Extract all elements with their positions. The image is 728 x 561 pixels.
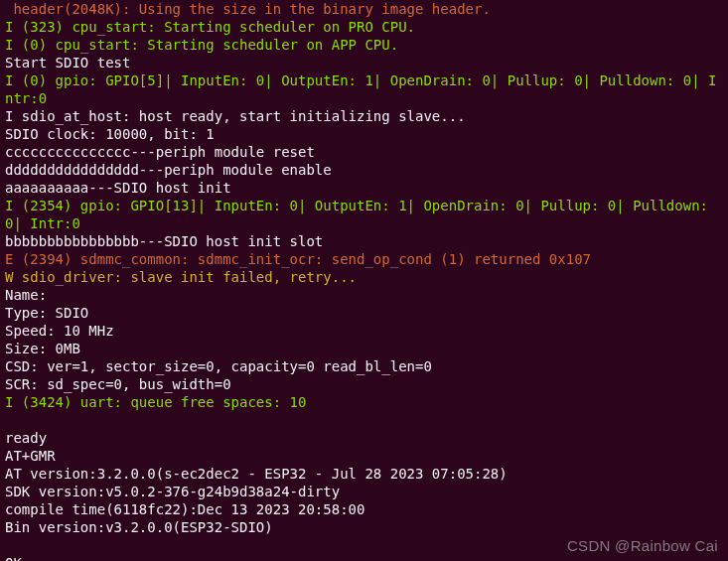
log-line: SDK version:v5.0.2-376-g24b9d38a24-dirty: [5, 483, 723, 500]
log-line: dddddddddddddddd---periph module enable: [5, 161, 723, 179]
log-line: E (2394) sdmmc_common: sdmmc_init_ocr: s…: [5, 250, 723, 268]
log-line: Type: SDIO: [5, 304, 723, 322]
log-line: I sdio_at_host: host ready, start initia…: [5, 107, 723, 125]
log-line: ccccccccccccccc---periph module reset: [5, 143, 723, 161]
log-line: I (0) gpio: GPIO[5]| InputEn: 0| OutputE…: [5, 71, 723, 107]
log-line: AT+GMR: [5, 447, 723, 465]
log-line: AT version:3.2.0.0(s-ec2dec2 - ESP32 - J…: [5, 465, 723, 483]
log-line: Start SDIO test: [5, 54, 723, 71]
log-line: aaaaaaaaaa---SDIO host init: [5, 179, 723, 197]
log-line: Bin version:v3.2.0.0(ESP32-SDIO): [5, 518, 723, 536]
log-line: Speed: 10 MHz: [5, 322, 723, 340]
log-line: header(2048K): Using the size in the bin…: [5, 0, 723, 18]
log-line: SCR: sd_spec=0, bus_width=0: [5, 375, 723, 393]
log-line: OK: [5, 554, 723, 561]
log-line: Size: 0MB: [5, 340, 723, 357]
log-line: SDIO clock: 10000, bit: 1: [5, 125, 723, 143]
terminal-output: header(2048K): Using the size in the bin…: [0, 0, 728, 561]
log-line: W sdio_driver: slave init failed, retry.…: [5, 268, 723, 286]
log-line: compile time(6118fc22):Dec 13 2023 20:58…: [5, 500, 723, 518]
log-line: I (3424) uart: queue free spaces: 10: [5, 393, 723, 411]
log-line: ready: [5, 429, 723, 447]
log-line: Name:: [5, 286, 723, 304]
log-line: I (2354) gpio: GPIO[13]| InputEn: 0| Out…: [5, 197, 723, 232]
log-line: bbbbbbbbbbbbbbbb---SDIO host init slot: [5, 232, 723, 250]
log-line: I (323) cpu_start: Starting scheduler on…: [5, 18, 723, 36]
log-line: [5, 536, 723, 554]
log-line: CSD: ver=1, sector_size=0, capacity=0 re…: [5, 357, 723, 375]
log-line: I (0) cpu_start: Starting scheduler on A…: [5, 36, 723, 54]
log-line: [5, 411, 723, 429]
